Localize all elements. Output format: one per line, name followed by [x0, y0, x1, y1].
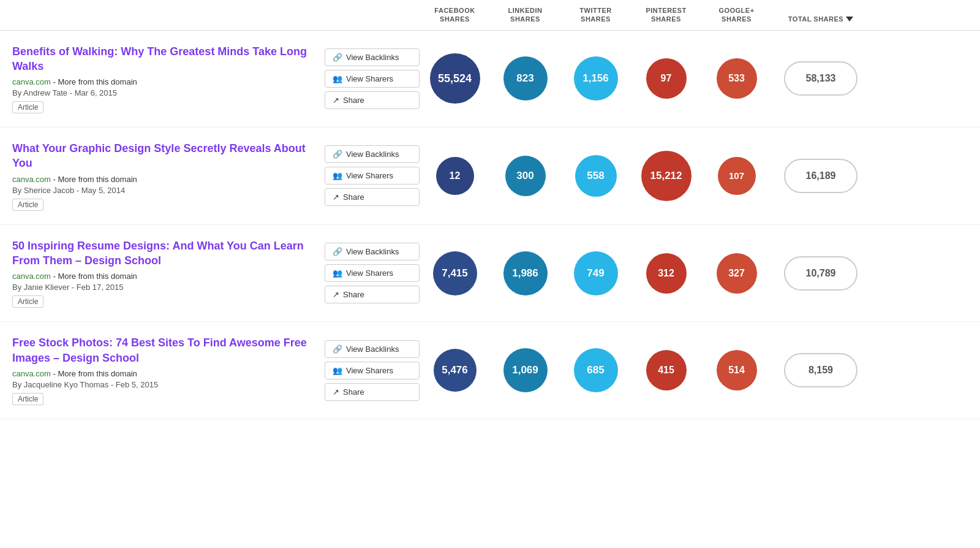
domain-link[interactable]: canva.com [12, 77, 51, 86]
domain-link[interactable]: canva.com [12, 272, 51, 281]
article-meta: By Janie Kliever - Feb 17, 2015 [12, 283, 315, 292]
article-title[interactable]: Benefits of Walking: Why The Greatest Mi… [12, 44, 315, 74]
article-domain: canva.com - More from this domain [12, 272, 315, 281]
sharers-icon: 👥 [333, 366, 342, 375]
sharers-icon: 👥 [333, 171, 342, 180]
view-backlinks-button[interactable]: 🔗 View Backlinks [325, 48, 420, 66]
linkedin-shares-cell: 1,069 [490, 348, 560, 392]
main-container: FACEBOOKSHARES LINKEDINSHARES TWITTER SH… [0, 0, 980, 548]
googleplus-circle: 533 [717, 58, 757, 99]
backlinks-icon: 🔗 [333, 344, 342, 354]
googleplus-shares-cell: 514 [701, 350, 772, 390]
pinterest-shares-cell: 15,212 [631, 151, 701, 201]
twitter-shares-cell: 749 [560, 251, 631, 295]
backlinks-icon: 🔗 [333, 150, 342, 159]
pinterest-shares-cell: 97 [631, 58, 701, 99]
twitter-circle: 1,156 [574, 56, 618, 101]
share-button[interactable]: ↗ Share [325, 91, 420, 109]
sort-arrow-icon [846, 17, 853, 21]
total-oval: 16,189 [784, 159, 858, 193]
total-oval: 10,789 [784, 256, 858, 291]
total-shares-cell: 58,133 [772, 61, 870, 96]
view-backlinks-button[interactable]: 🔗 View Backlinks [325, 243, 420, 261]
article-tag: Article [12, 295, 43, 308]
view-backlinks-button[interactable]: 🔗 View Backlinks [325, 145, 420, 163]
view-sharers-button[interactable]: 👥 View Sharers [325, 362, 420, 379]
domain-link[interactable]: canva.com [12, 175, 51, 184]
table-row: 50 Inspiring Resume Designs: And What Yo… [0, 225, 980, 322]
view-backlinks-button[interactable]: 🔗 View Backlinks [325, 340, 420, 358]
article-tag: Article [12, 199, 43, 211]
article-domain: canva.com - More from this domain [12, 369, 315, 378]
table-row: Free Stock Photos: 74 Best Sites To Find… [0, 322, 980, 419]
col-header-total[interactable]: TOTAL SHARES [772, 15, 870, 23]
col-header-pinterest: PINTERESTSHARES [631, 6, 701, 24]
total-shares-cell: 16,189 [772, 159, 870, 193]
googleplus-circle: 514 [717, 350, 757, 390]
googleplus-circle: 327 [717, 253, 757, 294]
twitter-shares-cell: 1,156 [560, 56, 631, 101]
action-buttons: 🔗 View Backlinks 👥 View Sharers ↗ Share [325, 145, 420, 206]
view-sharers-button[interactable]: 👥 View Sharers [325, 70, 420, 88]
total-shares-cell: 10,789 [772, 256, 870, 291]
share-icon: ↗ [333, 192, 339, 202]
article-tag: Article [12, 393, 43, 405]
action-buttons: 🔗 View Backlinks 👥 View Sharers ↗ Share [325, 48, 420, 109]
linkedin-circle: 1,069 [503, 348, 548, 392]
view-sharers-button[interactable]: 👥 View Sharers [325, 167, 420, 185]
share-button[interactable]: ↗ Share [325, 188, 420, 206]
article-meta: By Jacqueline Kyo Thomas - Feb 5, 2015 [12, 380, 315, 389]
total-oval: 8,159 [784, 353, 858, 387]
facebook-shares-cell: 12 [420, 157, 490, 195]
linkedin-circle: 1,986 [503, 251, 548, 295]
domain-link[interactable]: canva.com [12, 369, 51, 378]
pinterest-shares-cell: 415 [631, 350, 701, 390]
linkedin-circle: 300 [505, 156, 546, 196]
facebook-shares-cell: 5,476 [420, 349, 490, 392]
article-meta: By Sherice Jacob - May 5, 2014 [12, 186, 315, 195]
share-button[interactable]: ↗ Share [325, 383, 420, 401]
backlinks-icon: 🔗 [333, 247, 342, 256]
linkedin-circle: 823 [503, 56, 548, 101]
facebook-shares-cell: 7,415 [420, 251, 490, 295]
col-header-facebook: FACEBOOKSHARES [420, 6, 490, 24]
facebook-shares-cell: 55,524 [420, 53, 490, 104]
share-button[interactable]: ↗ Share [325, 286, 420, 303]
facebook-circle: 5,476 [434, 349, 477, 392]
article-info: 50 Inspiring Resume Designs: And What Yo… [0, 238, 325, 308]
backlinks-icon: 🔗 [333, 53, 342, 62]
table-row: What Your Graphic Design Style Secretly … [0, 127, 980, 225]
table-row: Benefits of Walking: Why The Greatest Mi… [0, 31, 980, 128]
article-info: Benefits of Walking: Why The Greatest Mi… [0, 44, 325, 114]
facebook-circle: 7,415 [433, 251, 477, 295]
pinterest-circle: 97 [646, 58, 687, 99]
col-header-twitter: TWITTER SHARES [560, 6, 631, 24]
linkedin-shares-cell: 300 [490, 156, 560, 196]
article-title[interactable]: 50 Inspiring Resume Designs: And What Yo… [12, 238, 315, 268]
action-buttons: 🔗 View Backlinks 👥 View Sharers ↗ Share [325, 340, 420, 401]
sharers-icon: 👥 [333, 74, 342, 83]
twitter-circle: 558 [575, 155, 617, 197]
facebook-circle: 12 [436, 157, 474, 195]
article-title[interactable]: What Your Graphic Design Style Secretly … [12, 141, 315, 171]
article-info: What Your Graphic Design Style Secretly … [0, 141, 325, 211]
googleplus-shares-cell: 107 [701, 157, 772, 195]
article-domain: canva.com - More from this domain [12, 175, 315, 184]
twitter-circle: 749 [574, 251, 618, 295]
article-tag: Article [12, 101, 43, 113]
article-title[interactable]: Free Stock Photos: 74 Best Sites To Find… [12, 335, 315, 365]
share-icon: ↗ [333, 96, 339, 105]
total-oval: 58,133 [784, 61, 858, 96]
linkedin-shares-cell: 823 [490, 56, 560, 101]
twitter-shares-cell: 685 [560, 348, 631, 392]
googleplus-circle: 107 [718, 157, 756, 195]
col-header-googleplus: GOOGLE+SHARES [701, 6, 772, 24]
table-header: FACEBOOKSHARES LINKEDINSHARES TWITTER SH… [0, 0, 980, 31]
article-info: Free Stock Photos: 74 Best Sites To Find… [0, 335, 325, 405]
view-sharers-button[interactable]: 👥 View Sharers [325, 264, 420, 282]
total-shares-cell: 8,159 [772, 353, 870, 387]
googleplus-shares-cell: 327 [701, 253, 772, 294]
share-icon: ↗ [333, 387, 339, 397]
sharers-icon: 👥 [333, 268, 342, 278]
pinterest-circle: 415 [646, 350, 687, 390]
